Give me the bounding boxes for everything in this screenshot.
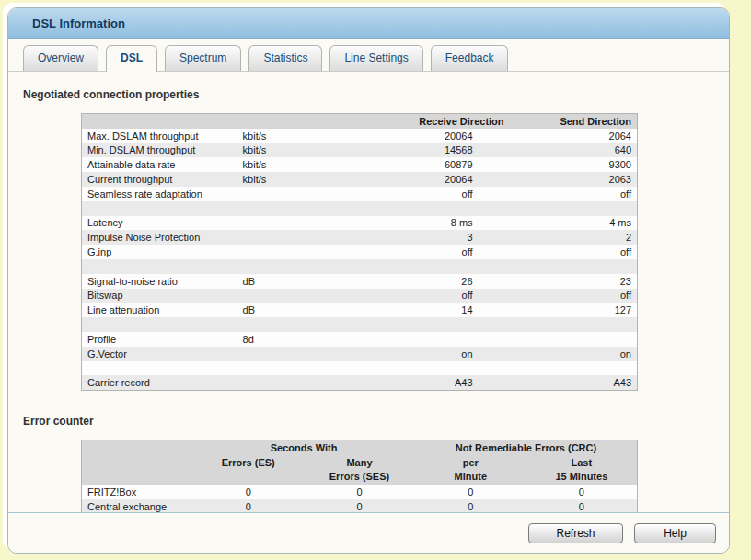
tab-dsl[interactable]: DSL bbox=[106, 45, 157, 72]
table-row: Carrier recordA43A43 bbox=[82, 375, 638, 390]
table-row: Current throughputkbit/s200642063 bbox=[82, 172, 638, 187]
column-header-send: Send Direction bbox=[510, 114, 638, 129]
table-row: Seamless rate adaptationoffoff bbox=[82, 187, 638, 201]
error-counter-table: Seconds With Not Remediable Errors (CRC)… bbox=[81, 440, 638, 515]
spacer-row bbox=[82, 259, 638, 274]
column-header-last-15-minutes: Last15 Minutes bbox=[526, 455, 638, 485]
tab-label: DSL bbox=[121, 51, 143, 64]
group-header-crc: Not Remediable Errors (CRC) bbox=[415, 440, 638, 456]
table-row: Min. DSLAM throughputkbit/s14568640 bbox=[82, 143, 638, 158]
table-row: Line attenuationdB14127 bbox=[82, 303, 638, 317]
section-heading-errors: Error counter bbox=[23, 415, 714, 428]
tab-statistics[interactable]: Statistics bbox=[248, 45, 322, 71]
tab-label: Statistics bbox=[263, 51, 307, 64]
column-header-errors-es: Errors (ES) bbox=[192, 455, 304, 485]
tab-label: Spectrum bbox=[179, 51, 226, 64]
tab-label: Overview bbox=[38, 51, 84, 64]
tab-content-dsl: Negotiated connection properties Receive… bbox=[8, 88, 729, 515]
spacer-row bbox=[82, 201, 638, 216]
column-header-spacer bbox=[82, 455, 193, 485]
table-row: Max. DSLAM throughputkbit/s200642064 bbox=[82, 129, 638, 143]
group-header-spacer bbox=[82, 440, 193, 456]
table-row: G.Vectoronon bbox=[82, 347, 638, 361]
column-header-per-minute: perMinute bbox=[415, 455, 526, 485]
column-header-receive: Receive Direction bbox=[365, 114, 510, 129]
error-table-row: FRITZ!Box0000 bbox=[82, 485, 638, 499]
error-table-column-header-row: Errors (ES) ManyErrors (SES) perMinute L… bbox=[82, 455, 638, 485]
connection-table-header-row: Receive Direction Send Direction bbox=[82, 114, 638, 129]
tab-feedback[interactable]: Feedback bbox=[431, 45, 509, 71]
table-row: Profile8d bbox=[82, 332, 638, 347]
spacer-row bbox=[82, 317, 638, 332]
table-row: Attainable data ratekbit/s608799300 bbox=[82, 157, 638, 172]
tab-label: Line Settings bbox=[344, 51, 408, 64]
dsl-information-panel: DSL Information Overview DSL Spectrum St… bbox=[7, 7, 730, 554]
table-row: Latency8 ms4 ms bbox=[82, 216, 638, 231]
tab-spectrum[interactable]: Spectrum bbox=[165, 45, 241, 71]
tab-bar: Overview DSL Spectrum Statistics Line Se… bbox=[8, 39, 729, 72]
table-row: G.inpoffoff bbox=[82, 245, 638, 259]
connection-properties-table: Receive Direction Send Direction Max. DS… bbox=[81, 113, 638, 391]
group-header-seconds-with: Seconds With bbox=[192, 440, 415, 456]
table-row: Signal-to-noise ratiodB2623 bbox=[82, 274, 638, 289]
spacer-row bbox=[82, 361, 638, 376]
table-row: Impulse Noise Protection32 bbox=[82, 230, 638, 245]
error-table-group-header-row: Seconds With Not Remediable Errors (CRC) bbox=[82, 440, 638, 456]
column-header-property bbox=[82, 114, 237, 129]
panel-titlebar: DSL Information bbox=[8, 8, 729, 39]
section-heading-connection: Negotiated connection properties bbox=[23, 88, 714, 101]
tab-line-settings[interactable]: Line Settings bbox=[329, 45, 422, 71]
table-row: Bitswapoffoff bbox=[82, 289, 638, 303]
tab-label: Feedback bbox=[445, 51, 494, 64]
page-title: DSL Information bbox=[32, 17, 125, 30]
footer-bar: Refresh Help bbox=[8, 512, 729, 553]
column-header-unit bbox=[237, 114, 365, 129]
column-header-many-errors-ses: ManyErrors (SES) bbox=[304, 455, 415, 485]
tab-overview[interactable]: Overview bbox=[23, 45, 98, 71]
refresh-button[interactable]: Refresh bbox=[528, 523, 623, 543]
help-button[interactable]: Help bbox=[634, 523, 716, 543]
